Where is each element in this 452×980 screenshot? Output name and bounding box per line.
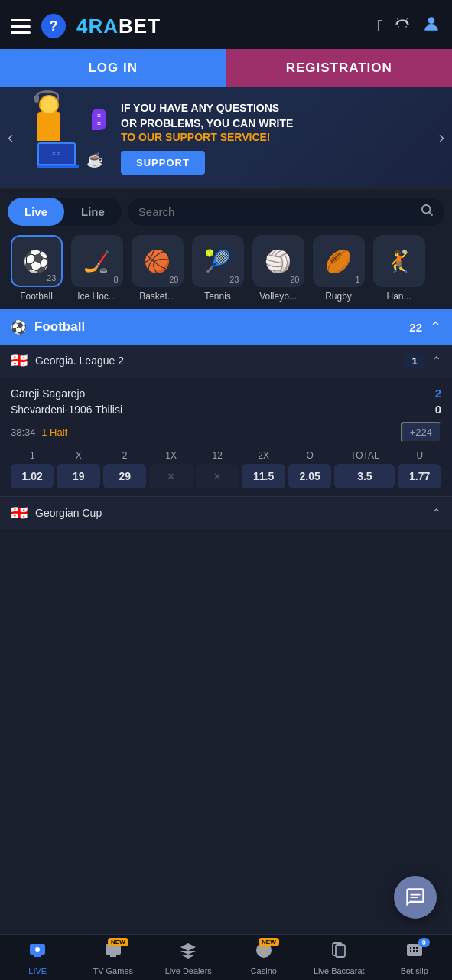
sport-item-tennis[interactable]: 🎾 23 Tennis [189, 235, 246, 302]
banner: ‹ ≡ ≡ ≡ ≡ [0, 87, 452, 190]
odds-values-row: 1.02 19 29 × × 11.5 2.05 3.5 1.77 [11, 464, 441, 488]
sport-item-icehockey[interactable]: 🏒 8 Ice Hoc... [68, 235, 125, 302]
odds-btn-12: × [196, 464, 239, 488]
georgian-cup-collapse[interactable]: ⌃ [431, 506, 441, 521]
sports-row: ⚽ 23 Football 🏒 8 Ice Hoc... 🏀 20 Basket… [0, 226, 452, 302]
football-section-count: 22 [409, 321, 422, 334]
nav-casino[interactable]: NEW Casino [226, 935, 302, 980]
live-baccarat-icon [330, 941, 348, 964]
odds-labels-row: 1 X 2 1X 12 2X O TOTAL U [11, 450, 441, 461]
odds-btn-1[interactable]: 1.02 [11, 464, 54, 488]
georgia-league-collapse[interactable]: ⌃ [431, 354, 441, 368]
logo: 4RABET [76, 15, 161, 38]
casino-new-badge: NEW [259, 938, 279, 946]
georgia-league-row[interactable]: 🇬🇪 Georgia. League 2 1 ⌃ [0, 345, 452, 377]
svg-rect-11 [336, 945, 345, 957]
odds-label-total: TOTAL [334, 450, 395, 461]
header: ? 4RABET  [0, 8, 452, 44]
football-section-header: ⚽ Football 22 ⌃ [0, 309, 452, 345]
georgia-league-count: 1 [404, 354, 425, 368]
nav-bet-slip-label: Bet slip [401, 966, 428, 975]
odds-label-1x: 1X [149, 450, 192, 461]
svg-point-4 [35, 947, 40, 952]
live-icon [28, 941, 47, 964]
sport-item-football[interactable]: ⚽ 23 Football [8, 235, 65, 302]
tab-live[interactable]: Live [8, 198, 64, 226]
nav-live-label: LIVE [28, 966, 47, 975]
odds-btn-2x[interactable]: 11.5 [242, 464, 285, 488]
search-box [128, 198, 444, 226]
sport-item-rugby[interactable]: 🏉 1 Rugby [310, 235, 367, 302]
bet-slip-badge: 0 [418, 938, 430, 947]
banner-prev-button[interactable]: ‹ [8, 128, 13, 148]
sport-item-handball[interactable]: 🤾 Han... [370, 235, 428, 302]
georgian-cup-name: Georgian Cup [35, 507, 102, 519]
odds-label-2: 2 [103, 450, 146, 461]
search-input[interactable] [138, 205, 414, 218]
nav-tv-games[interactable]: NEW TV Games [76, 935, 151, 980]
apple-icon[interactable]:  [377, 16, 383, 36]
svg-point-1 [422, 205, 431, 214]
sport-item-basketball[interactable]: 🏀 20 Basket... [128, 235, 186, 302]
svg-point-8 [265, 947, 268, 949]
football-section-label: Football [34, 319, 85, 335]
bottom-nav: LIVE NEW TV Games Live Dealers NEW Casin… [0, 934, 452, 980]
banner-next-button[interactable]: › [439, 128, 444, 148]
nav-live-dealers[interactable]: Live Dealers [151, 935, 226, 980]
banner-illustration: ≡ ≡ ≡ ≡ ☕ [26, 107, 110, 168]
odds-btn-u[interactable]: 1.77 [398, 464, 441, 488]
match-time: 38:34 1 Half [11, 426, 67, 438]
match-card: Gareji Sagarejo 2 Shevardeni-1906 Tbilis… [0, 377, 452, 497]
tv-games-icon: NEW [104, 941, 122, 964]
tab-line[interactable]: Line [64, 198, 122, 226]
login-button[interactable]: LOG IN [0, 49, 226, 87]
user-icon[interactable] [421, 14, 441, 38]
odds-label-u: U [398, 450, 441, 461]
nav-live-baccarat[interactable]: Live Baccarat [301, 935, 377, 980]
auth-row: LOG IN REGISTRATION [0, 49, 452, 87]
nav-live[interactable]: LIVE [0, 935, 76, 980]
sport-item-volleyball[interactable]: 🏐 20 Volleyb... [249, 235, 307, 302]
odds-btn-2[interactable]: 29 [103, 464, 146, 488]
nav-live-dealers-label: Live Dealers [165, 966, 212, 975]
odds-label-2x: 2X [242, 450, 285, 461]
georgian-cup-row[interactable]: 🇬🇪 Georgian Cup ⌃ [0, 497, 452, 529]
odds-label-o: O [288, 450, 331, 461]
tv-games-new-badge: NEW [108, 938, 128, 946]
nav-live-baccarat-label: Live Baccarat [314, 966, 365, 975]
georgian-cup-flag: 🇬🇪 [11, 505, 28, 521]
georgia-league-flag: 🇬🇪 [11, 352, 28, 369]
odds-btn-o[interactable]: 2.05 [288, 464, 331, 488]
banner-text: IF YOU HAVE ANY QUESTIONS OR PROBLEMS, Y… [110, 101, 440, 175]
svg-point-9 [262, 952, 265, 954]
live-dealers-icon [179, 941, 197, 964]
odds-label-1: 1 [11, 450, 54, 461]
svg-point-0 [428, 17, 435, 24]
menu-button[interactable] [11, 19, 31, 34]
nav-casino-label: Casino [251, 966, 277, 975]
search-icon [420, 203, 434, 220]
georgia-league-name: Georgia. League 2 [35, 354, 124, 367]
football-section-collapse[interactable]: ⌃ [430, 318, 441, 335]
odds-btn-total[interactable]: 3.5 [334, 464, 395, 488]
odds-label-x: X [57, 450, 99, 461]
help-button[interactable]: ? [41, 14, 66, 38]
support-button[interactable]: SUPPORT [121, 151, 205, 175]
odds-label-12: 12 [196, 450, 239, 461]
register-button[interactable]: REGISTRATION [226, 49, 453, 87]
team2-name: Shevardeni-1906 Tbilisi [11, 403, 122, 416]
match-teams: Gareji Sagarejo 2 Shevardeni-1906 Tbilis… [11, 387, 441, 416]
tabs-search-row: Live Line [0, 190, 452, 226]
team2-score: 0 [435, 403, 441, 416]
casino-icon: NEW [255, 941, 273, 964]
odds-btn-1x: × [149, 464, 192, 488]
nav-tv-games-label: TV Games [93, 966, 133, 975]
android-icon[interactable] [394, 15, 411, 37]
odds-btn-x[interactable]: 19 [57, 464, 99, 488]
svg-point-7 [259, 947, 262, 949]
svg-line-2 [429, 213, 432, 216]
nav-bet-slip[interactable]: 0 Bet slip [377, 935, 453, 980]
chat-fab[interactable] [394, 876, 437, 919]
match-more-button[interactable]: +224 [401, 422, 441, 443]
team1-score: 2 [435, 387, 441, 400]
